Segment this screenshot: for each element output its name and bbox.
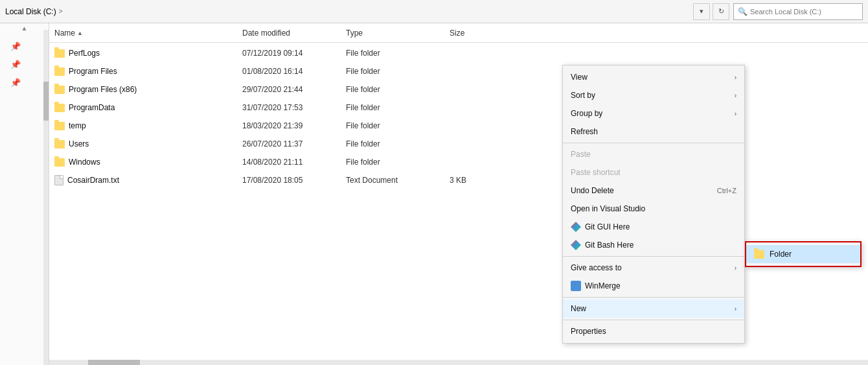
ctx-separator bbox=[563, 297, 744, 298]
ctx-arrow: › bbox=[735, 92, 737, 99]
table-row[interactable]: CosairDram.txt 17/08/2020 18:05 Text Doc… bbox=[49, 171, 868, 189]
ctx-properties[interactable]: Properties bbox=[563, 322, 744, 340]
table-row[interactable]: temp 18/03/2020 21:39 File folder bbox=[49, 117, 868, 135]
col-header-type[interactable]: Type bbox=[346, 29, 450, 38]
table-row[interactable]: Windows 14/08/2020 21:11 File folder bbox=[49, 153, 868, 171]
file-type: File folder bbox=[346, 158, 450, 167]
file-type: File folder bbox=[346, 139, 450, 148]
ctx-label: Properties bbox=[571, 327, 606, 336]
ctx-arrow: › bbox=[735, 74, 737, 81]
ctx-git-bash[interactable]: Git Bash Here bbox=[563, 236, 744, 254]
ctx-label: Paste shortcut bbox=[571, 168, 621, 177]
file-area-scrollbar-thumb[interactable] bbox=[88, 360, 140, 365]
sidebar: ▲ 📌 📌 📌 bbox=[0, 23, 49, 365]
ctx-separator bbox=[563, 320, 744, 320]
file-type: Text Document bbox=[346, 176, 450, 185]
file-size: 3 KB bbox=[450, 176, 514, 185]
ctx-paste: Paste bbox=[563, 145, 744, 163]
pin-icon-1: 📌 bbox=[10, 41, 21, 51]
folder-icon bbox=[54, 158, 65, 167]
winmerge-icon bbox=[571, 281, 581, 291]
ctx-label: View bbox=[571, 73, 588, 82]
file-name: Program Files (x86) bbox=[69, 85, 137, 94]
col-header-date[interactable]: Date modified bbox=[242, 29, 346, 38]
table-row[interactable]: PerfLogs 07/12/2019 09:14 File folder bbox=[49, 44, 868, 62]
table-row[interactable]: Program Files (x86) 29/07/2020 21:44 Fil… bbox=[49, 80, 868, 99]
search-icon: 🔍 bbox=[738, 7, 748, 16]
file-date: 18/03/2020 21:39 bbox=[242, 121, 346, 130]
ctx-sort[interactable]: Sort by› bbox=[563, 86, 744, 104]
folder-icon bbox=[54, 122, 65, 130]
ctx-label: Paste bbox=[571, 150, 591, 159]
table-row[interactable]: ProgramData 31/07/2020 17:53 File folder bbox=[49, 99, 868, 117]
address-refresh-btn[interactable]: ↻ bbox=[713, 3, 729, 20]
ctx-vs[interactable]: Open in Visual Studio bbox=[563, 200, 744, 218]
address-controls: ▾ ↻ bbox=[693, 3, 729, 20]
ctx-separator bbox=[563, 143, 744, 143]
ctx-git-gui[interactable]: Git GUI Here bbox=[563, 218, 744, 236]
folder-icon bbox=[54, 67, 65, 76]
sidebar-scroll-up[interactable]: ▲ bbox=[21, 25, 28, 32]
file-name: Users bbox=[69, 139, 89, 148]
ctx-arrow: › bbox=[735, 305, 737, 312]
file-name: Program Files bbox=[69, 67, 117, 76]
sidebar-pin-1[interactable]: 📌 bbox=[5, 39, 44, 53]
ctx-winmerge[interactable]: WinMerge bbox=[563, 277, 744, 295]
file-name: Windows bbox=[69, 158, 100, 167]
ctx-shortcut: Ctrl+Z bbox=[717, 187, 737, 194]
sidebar-scrollbar[interactable] bbox=[43, 30, 49, 365]
table-row[interactable]: Program Files 01/08/2020 16:14 File fold… bbox=[49, 62, 868, 80]
new-submenu: Folder bbox=[745, 241, 862, 267]
ctx-access[interactable]: Give access to› bbox=[563, 259, 744, 277]
context-menu: View›Sort by›Group by›RefreshPastePaste … bbox=[562, 65, 745, 344]
ctx-refresh[interactable]: Refresh bbox=[563, 123, 744, 141]
ctx-paste-shortcut: Paste shortcut bbox=[563, 163, 744, 182]
search-box[interactable]: 🔍 bbox=[733, 3, 863, 20]
file-type: File folder bbox=[346, 103, 450, 112]
folder-icon bbox=[54, 104, 65, 112]
ctx-label: WinMerge bbox=[585, 281, 621, 290]
file-date: 26/07/2020 11:37 bbox=[242, 139, 346, 148]
file-name: temp bbox=[69, 121, 86, 130]
folder-icon bbox=[54, 140, 65, 148]
submenu-item-folder[interactable]: Folder bbox=[746, 245, 860, 263]
ctx-label: New bbox=[571, 304, 586, 313]
ctx-group[interactable]: Group by› bbox=[563, 104, 744, 123]
ctx-new[interactable]: New› bbox=[563, 300, 744, 318]
address-bar: Local Disk (C:) > ▾ ↻ 🔍 bbox=[0, 0, 868, 23]
ctx-undo[interactable]: Undo DeleteCtrl+Z bbox=[563, 182, 744, 200]
ctx-view[interactable]: View› bbox=[563, 68, 744, 86]
ctx-label: Give access to bbox=[571, 263, 622, 272]
table-row[interactable]: Users 26/07/2020 11:37 File folder bbox=[49, 135, 868, 153]
file-date: 01/08/2020 16:14 bbox=[242, 67, 346, 76]
file-header: Name ▲ Date modified Type Size bbox=[49, 23, 868, 43]
sidebar-pin-3[interactable]: 📌 bbox=[5, 75, 44, 89]
ctx-label: Git Bash Here bbox=[585, 241, 634, 250]
file-date: 14/08/2020 21:11 bbox=[242, 158, 346, 167]
file-area: Name ▲ Date modified Type Size PerfLogs … bbox=[49, 23, 868, 365]
col-header-name[interactable]: Name ▲ bbox=[54, 29, 242, 38]
file-type: File folder bbox=[346, 85, 450, 94]
git-icon bbox=[571, 222, 581, 232]
sidebar-pin-2[interactable]: 📌 bbox=[5, 57, 44, 71]
col-name-arrow: ▲ bbox=[77, 30, 83, 36]
ctx-label: Refresh bbox=[571, 127, 598, 136]
col-header-size[interactable]: Size bbox=[450, 29, 514, 38]
file-list: PerfLogs 07/12/2019 09:14 File folder Pr… bbox=[49, 43, 868, 191]
address-path-text: Local Disk (C:) bbox=[5, 7, 56, 16]
file-type: File folder bbox=[346, 49, 450, 58]
sidebar-scrollbar-thumb[interactable] bbox=[43, 82, 49, 121]
submenu-folder-icon bbox=[754, 250, 764, 259]
file-name: CosairDram.txt bbox=[67, 176, 119, 185]
address-path: Local Disk (C:) > bbox=[5, 7, 689, 16]
ctx-label: Undo Delete bbox=[571, 186, 614, 195]
file-icon bbox=[54, 175, 63, 185]
search-input[interactable] bbox=[750, 8, 854, 16]
ctx-separator bbox=[563, 256, 744, 257]
address-dropdown-btn[interactable]: ▾ bbox=[693, 3, 710, 20]
file-type: File folder bbox=[346, 121, 450, 130]
file-name: PerfLogs bbox=[69, 49, 100, 58]
folder-icon bbox=[54, 86, 65, 94]
file-area-scrollbar-h[interactable] bbox=[49, 360, 868, 365]
submenu-folder-label: Folder bbox=[770, 250, 792, 259]
